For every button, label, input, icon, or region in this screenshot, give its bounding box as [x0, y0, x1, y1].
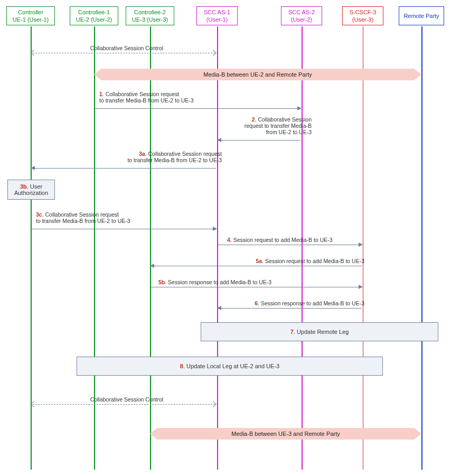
label-collab-control-bottom: Collaborative Session Control — [69, 396, 185, 403]
actor-ue2: Controllee-1UE-2 (User-2) — [70, 6, 118, 25]
msg-6: 6. Session response to add Media-B to UE… — [232, 300, 364, 306]
actor-scc2: SCC AS-2(User-2) — [281, 6, 322, 25]
msg-3a-num: 3a — [139, 151, 145, 157]
msg-3b-num: 3b — [20, 183, 27, 190]
arrowhead-6 — [217, 306, 221, 310]
arrow-5a — [152, 266, 362, 266]
msg-2: 2. Collaborative Sessionrequest to trans… — [227, 116, 312, 135]
arrow-6 — [219, 308, 362, 309]
msg-5b: 5b. Session response to add Media-B to U… — [158, 279, 306, 285]
actor-ue3-label: Controllee-2UE-3 (User-3) — [132, 8, 168, 24]
arrow-collab-bottom — [33, 404, 215, 405]
msg-5b-txt: . Session response to add Media-B to UE-… — [165, 279, 271, 285]
arrow-4 — [218, 245, 361, 245]
arrow-3a — [33, 168, 216, 169]
arrowhead-collab-top-r — [210, 50, 216, 55]
msg-2-txt: . Collaborative Sessionrequest to transf… — [245, 116, 312, 135]
arrowhead-5a — [150, 264, 154, 268]
media-bar-ue2-label: Media-B between UE-2 and Remote Party — [203, 71, 312, 78]
arrowhead-collab-bottom-r — [210, 401, 216, 407]
box-8: 8. Update Local Leg at UE-2 and UE-3 — [77, 357, 383, 376]
media-bar-ue3: Media-B between UE-3 and Remote Party — [157, 428, 414, 440]
media-bar-ue3-label: Media-B between UE-3 and Remote Party — [231, 431, 340, 437]
actor-ue1-label: ControllerUE-1 (User-1) — [13, 8, 49, 24]
lifeline-scc2 — [302, 26, 303, 470]
arrow-3c — [32, 229, 215, 229]
lifeline-scscf3 — [363, 26, 363, 470]
box-7: 7. Update Remote Leg — [201, 322, 438, 341]
msg-5a-txt: . Session request to add Media-B to UE-3 — [262, 258, 364, 264]
msg-5a: 5a. Session request to add Media-B to UE… — [227, 258, 364, 264]
actor-ue2-label: Controllee-1UE-2 (User-2) — [76, 8, 112, 24]
arrow-5b — [151, 287, 361, 287]
actor-ue3: Controllee-2UE-3 (User-3) — [126, 6, 174, 25]
msg-1-txt: . Collaborative Session requestto transf… — [99, 91, 194, 104]
arrow-collab-top — [33, 53, 215, 53]
media-bar-ue2: Media-B between UE-2 and Remote Party — [101, 69, 414, 80]
msg-3a: 3a. Collaborative Session requestto tran… — [100, 151, 222, 163]
msg-3c-num: 3c — [36, 211, 42, 218]
msg-3c: 3c. Collaborative Session requestto tran… — [36, 211, 157, 224]
arrowhead-3a — [31, 166, 35, 170]
msg-5a-num: 5a — [256, 258, 262, 264]
arrow-1 — [95, 108, 300, 109]
sequence-diagram: ControllerUE-1 (User-1) Controllee-1UE-2… — [5, 5, 446, 471]
msg-5b-num: 5b — [158, 279, 165, 285]
msg-6-txt: . Session response to add Media-B to UE-… — [258, 300, 364, 306]
arrowhead-1 — [297, 106, 302, 110]
arrowhead-collab-top-l — [31, 50, 36, 55]
msg-3b-txt: . UserAuthorization — [14, 183, 48, 196]
actor-scc1-label: SCC AS-1(User-1) — [204, 8, 230, 24]
box-3b: 3b. UserAuthorization — [7, 180, 55, 200]
label-collab-control-top: Collaborative Session Control — [69, 45, 185, 51]
msg-8-txt: . Update Local Leg at UE-2 and UE-3 — [183, 363, 279, 369]
actor-remote: Remote Party — [399, 6, 444, 25]
arrowhead-4 — [359, 242, 363, 247]
msg-4: 4. Session request to add Media-B to UE-… — [227, 237, 364, 243]
actor-remote-label: Remote Party — [403, 12, 439, 20]
arrowhead-5b — [359, 285, 363, 289]
lifeline-remote — [421, 26, 422, 470]
actor-scscf3: S-CSCF-3(User-3) — [342, 6, 383, 25]
msg-4-txt: . Session request to add Media-B to UE-3 — [230, 237, 333, 243]
arrowhead-collab-bottom-l — [31, 401, 36, 407]
lifeline-ue2 — [94, 26, 95, 470]
msg-7-txt: . Update Remote Leg — [294, 329, 349, 335]
actor-ue1: ControllerUE-1 (User-1) — [6, 6, 55, 25]
arrowhead-3c — [213, 227, 217, 231]
actor-scc1: SCC AS-1(User-1) — [196, 6, 238, 25]
msg-1: 1. Collaborative Session requestto trans… — [99, 91, 221, 104]
actor-scscf3-label: S-CSCF-3(User-3) — [350, 8, 377, 24]
arrowhead-2 — [217, 138, 221, 142]
actor-scc2-label: SCC AS-2(User-2) — [288, 8, 315, 24]
msg-3c-txt: . Collaborative Session requestto transf… — [36, 211, 130, 224]
arrow-2 — [219, 140, 300, 141]
